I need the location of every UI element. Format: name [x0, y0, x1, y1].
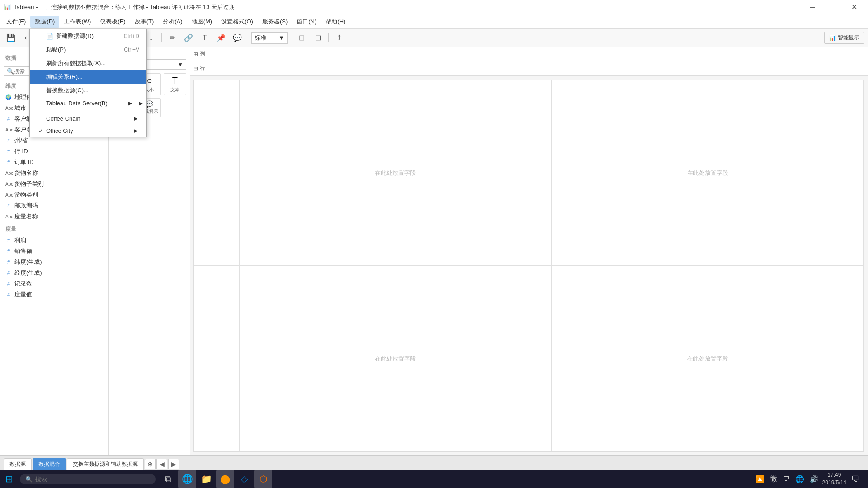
chrome-icon[interactable]: ⬤ [216, 470, 234, 488]
toolbar-fit[interactable]: ⊞ [294, 32, 309, 44]
dm-paste-label: 粘贴(P) [46, 46, 66, 54]
dm-office-city-label: Office City [46, 127, 73, 134]
dm-replace-datasource[interactable]: 替换数据源(C)... [30, 84, 146, 97]
tray-wechat-icon[interactable]: 微 [768, 474, 779, 485]
vscode-icon[interactable]: ◇ [235, 470, 253, 488]
toolbar-share[interactable]: ⤴ [332, 32, 346, 44]
toolbar-sep5 [291, 33, 291, 42]
toolbar-fix[interactable]: 📌 [214, 32, 228, 44]
notification-btn[interactable]: 🗨 [848, 470, 863, 488]
viz-cell-top-left [194, 80, 239, 266]
viz-cell-top-center: 在此处放置字段 [239, 80, 552, 266]
tray-network-icon[interactable]: 🌐 [793, 474, 806, 484]
nav-prev-btn[interactable]: ◀ [156, 459, 167, 469]
menu-format[interactable]: 设置格式(O) [217, 16, 258, 28]
dm-new-datasource[interactable]: 📄 新建数据源(D) Ctrl+D [30, 29, 146, 43]
sidebar-item-record-count[interactable]: # 记录数 [0, 278, 108, 289]
sidebar-item-product-sub[interactable]: Abc 货物子类别 [0, 178, 108, 189]
tab-swap[interactable]: 交换主数据源和辅助数据源 [67, 458, 144, 470]
rows-shelf[interactable]: ⊟ 行 [190, 61, 868, 76]
item-label: 纬度(生成) [14, 258, 42, 266]
viz-grid: 在此处放置字段 在此处放置字段 在此处放置字段 在此处放置字段 [193, 80, 864, 452]
text-label: 文本 [170, 87, 179, 93]
menu-data[interactable]: 数据(D) [30, 16, 59, 28]
edge-icon[interactable]: 🌐 [178, 470, 196, 488]
toolbar-new-datasource[interactable]: 💾 [4, 32, 18, 44]
dm-refresh-label: 刷新所有数据提取(X)... [46, 59, 106, 67]
menu-dashboard[interactable]: 仪表板(B) [95, 16, 130, 28]
dm-office-city[interactable]: ✓ Office City ▶ [30, 125, 146, 137]
nav-next-btn[interactable]: ▶ [168, 459, 179, 469]
sidebar-item-sales[interactable]: # 销售额 [0, 246, 108, 257]
toolbar-sep3 [161, 33, 162, 42]
dm-edit-relations[interactable]: 编辑关系(R)... [30, 70, 146, 84]
task-view-btn[interactable]: ⧉ [159, 470, 177, 488]
item-label: 州/省 [14, 136, 28, 145]
toolbar-highlight[interactable]: ✏ [165, 32, 179, 44]
dm-coffee-chain-label: Coffee Chain [46, 115, 80, 122]
abc-icon: Abc [5, 127, 12, 132]
app-icon: 📊 [4, 4, 11, 10]
menu-window[interactable]: 窗口(N) [292, 16, 321, 28]
submenu-arrow-icon3: ▶ [134, 128, 137, 134]
menu-worksheet[interactable]: 工作表(W) [59, 16, 95, 28]
sidebar-item-lat[interactable]: # 纬度(生成) [0, 257, 108, 267]
date-display: 2019/5/14 [822, 479, 846, 487]
mark-text[interactable]: T 文本 [164, 73, 186, 95]
maximize-button[interactable]: □ [823, 0, 844, 14]
tray-shield-icon[interactable]: 🛡 [781, 474, 792, 484]
item-label: 货物名称 [14, 169, 38, 177]
columns-shelf[interactable]: ⊞ 列 [190, 47, 868, 61]
toolbar-fit2[interactable]: ⊟ [311, 32, 325, 44]
viz-cell-bottom-left [194, 266, 239, 451]
sidebar-item-product-name[interactable]: Abc 货物名称 [0, 168, 108, 178]
sidebar-item-measure-name[interactable]: Abc 度量名称 [0, 211, 108, 222]
dm-refresh-all[interactable]: 刷新所有数据提取(X)... [30, 56, 146, 70]
hash-icon: # [5, 160, 12, 165]
dm-new-ds-icon: 📄 [46, 33, 53, 40]
minimize-button[interactable]: ─ [802, 0, 823, 14]
menu-map[interactable]: 地图(M) [187, 16, 217, 28]
sidebar-item-row-id[interactable]: # 行 ID [0, 146, 108, 157]
hash-icon: # [5, 116, 12, 122]
add-sheet-btn[interactable]: ⊕ [145, 459, 156, 469]
sidebar-item-product-cat[interactable]: Abc 货物类别 [0, 189, 108, 200]
taskbar-search[interactable]: 🔍 [20, 474, 156, 484]
tab-blend[interactable]: 数据混合 [33, 458, 66, 470]
menu-file[interactable]: 文件(E) [2, 16, 30, 28]
sidebar-item-order-id[interactable]: # 订单 ID [0, 157, 108, 168]
taskbar-search-icon: 🔍 [25, 476, 33, 483]
dm-tableau-server[interactable]: Tableau Data Server(B) ▶ [30, 97, 146, 109]
menu-story[interactable]: 故事(T) [130, 16, 159, 28]
menu-analysis[interactable]: 分析(A) [158, 16, 187, 28]
toolbar-viz-label: 标准 [255, 34, 266, 42]
item-label: 销售额 [14, 247, 32, 255]
tab-datasource[interactable]: 数据源 [4, 458, 32, 470]
close-button[interactable]: ✕ [844, 0, 864, 14]
menu-server[interactable]: 服务器(S) [258, 16, 292, 28]
toolbar-label[interactable]: T [198, 32, 212, 44]
sidebar-item-profit[interactable]: # 利润 [0, 235, 108, 246]
tableau-taskbar-icon[interactable]: ⬡ [254, 470, 272, 488]
sidebar-item-measure-value[interactable]: # 度量值 [0, 289, 108, 300]
dm-tableau-server-label: Tableau Data Server(B) [46, 100, 108, 107]
toolbar-viz-dropdown[interactable]: 标准 ▼ [251, 32, 288, 44]
sidebar-item-zip[interactable]: # 邮政编码 [0, 200, 108, 211]
dm-coffee-chain[interactable]: Coffee Chain ▶ [30, 113, 146, 125]
tray-sound-icon[interactable]: 🔊 [808, 474, 821, 484]
tray-expand-icon[interactable]: 🔼 [754, 474, 766, 484]
menu-help[interactable]: 帮助(H) [321, 16, 350, 28]
text-icon: T [172, 75, 178, 86]
dm-paste[interactable]: 粘贴(P) Ctrl+V [30, 43, 146, 56]
item-label: 度量值 [14, 291, 32, 299]
start-button[interactable]: ⊞ [0, 470, 18, 488]
smart-display-button[interactable]: 📊 智能显示 [824, 32, 864, 44]
taskbar: ⊞ 🔍 ⧉ 🌐 📁 ⬤ ◇ ⬡ 🔼 微 🛡 🌐 🔊 17:49 2019/5/1… [0, 470, 868, 488]
toolbar-tooltip[interactable]: 💬 [230, 32, 245, 44]
toolbar-group[interactable]: 🔗 [181, 32, 196, 44]
sidebar-item-lon[interactable]: # 经度(生成) [0, 267, 108, 278]
canvas-area: ⊞ 列 ⊟ 行 在此处放置字段 在此处放置字段 [190, 47, 868, 455]
file-explorer-icon[interactable]: 📁 [197, 470, 215, 488]
taskbar-search-input[interactable] [35, 476, 150, 483]
item-label: 经度(生成) [14, 269, 42, 277]
